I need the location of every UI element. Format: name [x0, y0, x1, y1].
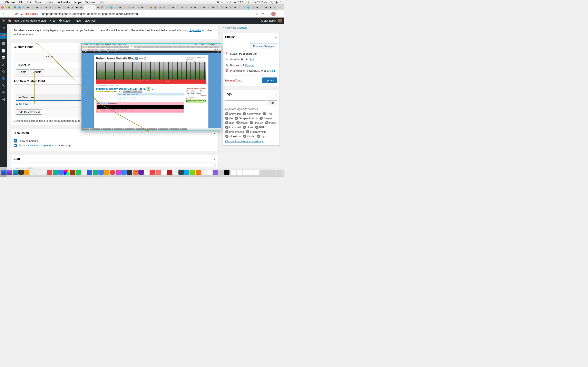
dock-app-icon[interactable] [231, 170, 236, 175]
tab-favicon[interactable]: ⟳ [162, 6, 166, 9]
new-tab-button[interactable]: + [277, 6, 282, 9]
tab-favicon[interactable]: ⟳ [185, 6, 189, 9]
tab-favicon[interactable]: ⟳ [136, 6, 140, 9]
tab-favicon[interactable]: G [211, 6, 215, 9]
tab-favicon[interactable]: ⟳ [118, 6, 122, 9]
tab-favicon[interactable]: G [220, 6, 224, 9]
window-close[interactable] [1, 6, 3, 8]
tab-favicon[interactable]: ⟳ [167, 6, 171, 9]
cf-enter-new-link[interactable]: Enter new [16, 102, 28, 105]
menubar-icon[interactable]: ⚙ [217, 1, 219, 4]
tab-favicon[interactable]: ⓘ [100, 6, 104, 9]
dock-trash-icon[interactable] [283, 170, 284, 175]
dock-app-icon[interactable] [178, 170, 184, 175]
tab-favicon[interactable]: ✓ [229, 6, 233, 9]
tab-favicon[interactable]: ⟳ [57, 6, 61, 9]
dock-app-icon[interactable] [30, 170, 35, 175]
tag-remove-icon[interactable]: ✕ [236, 121, 240, 124]
tab-favicon[interactable]: ⟳ [131, 6, 135, 9]
dock-app-icon[interactable] [173, 170, 178, 175]
edit-date-link[interactable]: Edit [270, 69, 275, 72]
dock-app-icon[interactable] [18, 170, 24, 175]
dock-app-icon[interactable] [35, 170, 41, 175]
dock-app-icon[interactable] [218, 170, 224, 175]
comments-icon[interactable]: 💬 [1, 55, 6, 59]
dock-app-icon[interactable] [260, 170, 265, 175]
tab-favicon[interactable]: ⟳ [260, 6, 264, 9]
tab-favicon[interactable]: ⟳ [158, 6, 162, 9]
dock-app-icon[interactable] [144, 170, 149, 175]
pages-icon[interactable]: 📄 [1, 49, 6, 53]
dock-app-icon[interactable] [237, 170, 242, 175]
users-icon[interactable]: 👤 [1, 76, 6, 80]
tab-favicon[interactable]: ⟳ [198, 6, 202, 9]
tab-favicon[interactable]: ⟳ [176, 6, 180, 9]
reload-button[interactable]: ⟳ [14, 12, 18, 16]
dock-app-icon[interactable] [76, 170, 81, 175]
star-icon[interactable]: ☆ [256, 12, 259, 16]
forward-button[interactable]: → [8, 12, 12, 16]
wp-updates[interactable]: ⟳10 [49, 19, 55, 22]
tab-favicon[interactable]: ⟳ [255, 6, 259, 9]
wp-site-link[interactable]: 🏠Robert James Metcalfe Blog [8, 19, 46, 22]
dock-app-icon[interactable] [13, 170, 18, 175]
preview-changes-button[interactable]: Preview Changes [250, 43, 277, 49]
tag-remove-icon[interactable]: ✕ [243, 112, 246, 115]
tag-remove-icon[interactable]: ✕ [255, 125, 259, 129]
tab-favicon[interactable]: ⟳ [215, 6, 219, 9]
tab-favicon[interactable]: ☕ [273, 6, 277, 9]
wp-comments[interactable]: 💬6,220 [59, 19, 70, 22]
tab-favicon[interactable]: ⟳ [180, 6, 184, 9]
add-new-category-link[interactable]: + Add New Category [223, 26, 247, 29]
chrome-menu-icon[interactable]: ⋮ [278, 12, 282, 16]
tag-remove-icon[interactable]: ✕ [243, 134, 246, 138]
profile-avatar[interactable] [271, 12, 276, 16]
appearance-icon[interactable]: 🖌 [1, 62, 6, 67]
dock-app-icon[interactable] [207, 170, 212, 175]
tag-remove-icon[interactable]: ✕ [243, 125, 246, 129]
tag-remove-icon[interactable]: ✕ [225, 121, 228, 124]
tab-favicon[interactable]: ⟳ [202, 6, 206, 9]
allow-comments-checkbox[interactable] [14, 139, 17, 142]
cf-delete-button[interactable]: Delete [16, 69, 29, 75]
dock-app-icon[interactable] [47, 170, 52, 175]
posts-icon[interactable]: 📌 [0, 33, 7, 39]
dock-app-icon[interactable] [248, 170, 254, 175]
tab-favicon[interactable]: ⟳ [62, 6, 66, 9]
tab-favicon[interactable]: ✓ [71, 6, 75, 9]
edit-status-link[interactable]: Edit [252, 52, 257, 55]
dock-app-icon[interactable] [242, 170, 248, 175]
tab-favicon[interactable]: ⟳ [238, 6, 242, 9]
dock-app-icon[interactable] [224, 170, 229, 175]
postbox-toggle-icon[interactable]: ▲ [214, 158, 216, 160]
dock-app-icon[interactable] [271, 170, 277, 175]
tab-favicon[interactable]: ⟳ [264, 6, 268, 9]
dock-app-icon[interactable] [93, 170, 98, 175]
tab-favicon[interactable]: ⟳ [26, 6, 30, 9]
pingbacks-link[interactable]: pingbacks [189, 29, 201, 32]
tab-favicon[interactable]: ⟳ [242, 6, 246, 9]
tab-favicon[interactable]: ⟳ [96, 6, 100, 9]
tab-favicon[interactable]: ⟳ [35, 6, 39, 9]
cf-name-input[interactable] [16, 62, 85, 68]
tab-favicon[interactable]: ⟳ [140, 6, 144, 9]
postbox-toggle-icon[interactable]: ▲ [214, 132, 216, 134]
menu-help[interactable]: Help [99, 1, 104, 4]
siri-icon[interactable]: ◉ [276, 1, 277, 4]
media-icon[interactable]: 🖼 [1, 42, 6, 46]
tab-favicon[interactable]: ⟳ [207, 6, 210, 9]
window-minimize[interactable] [5, 6, 7, 8]
wp-logo-icon[interactable]: ⓦ [2, 19, 5, 22]
choose-tags-link[interactable]: Choose from the most used tags [225, 140, 264, 143]
back-button[interactable]: ← [2, 12, 6, 16]
spotlight-icon[interactable]: 🔍 [270, 1, 273, 4]
dock-app-icon[interactable] [24, 170, 29, 175]
tab-favicon[interactable]: ⟳ [31, 6, 35, 9]
postbox-toggle-icon[interactable]: ▲ [275, 36, 277, 38]
dock-app-icon[interactable] [41, 170, 47, 175]
dock-app-icon[interactable] [156, 170, 161, 175]
tag-input[interactable] [225, 100, 266, 105]
dock-app-icon[interactable] [1, 170, 7, 175]
tab-favicon[interactable]: ⟳ [189, 6, 193, 9]
tab-favicon[interactable]: ■ [224, 6, 228, 9]
